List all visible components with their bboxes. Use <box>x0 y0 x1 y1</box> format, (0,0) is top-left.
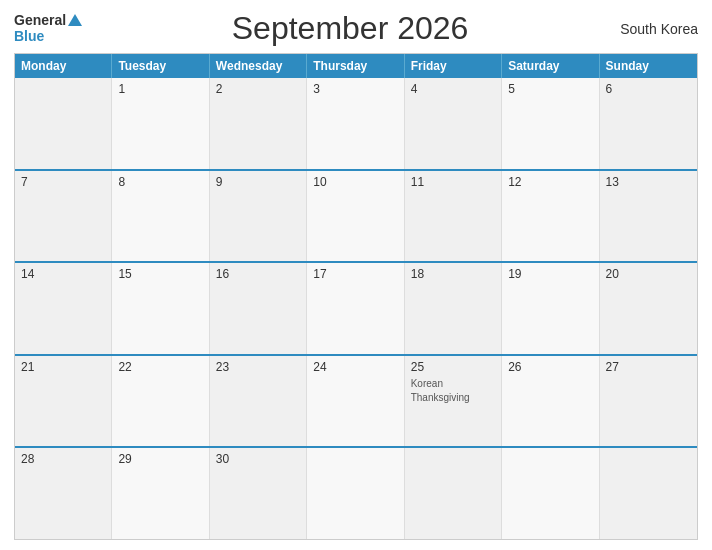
calendar-cell: 6 <box>600 78 697 169</box>
calendar-cell: 10 <box>307 171 404 262</box>
calendar-cell: 27 <box>600 356 697 447</box>
calendar-cell: 13 <box>600 171 697 262</box>
calendar-cell: 16 <box>210 263 307 354</box>
calendar-cell: 12 <box>502 171 599 262</box>
page-header: General Blue September 2026 South Korea <box>14 10 698 47</box>
calendar-week-5: 282930 <box>15 448 697 539</box>
day-number: 9 <box>216 175 300 189</box>
calendar-cell: 30 <box>210 448 307 539</box>
day-header-monday: Monday <box>15 54 112 78</box>
calendar-grid: MondayTuesdayWednesdayThursdayFridaySatu… <box>14 53 698 540</box>
day-number: 16 <box>216 267 300 281</box>
calendar-cell: 24 <box>307 356 404 447</box>
calendar-cell <box>405 448 502 539</box>
day-number: 27 <box>606 360 691 374</box>
calendar-cell <box>307 448 404 539</box>
day-number: 1 <box>118 82 202 96</box>
calendar-cell: 5 <box>502 78 599 169</box>
calendar-week-1: 123456 <box>15 78 697 171</box>
day-number: 19 <box>508 267 592 281</box>
page-title: September 2026 <box>82 10 618 47</box>
logo-general-text: General <box>14 13 66 28</box>
calendar-cell: 4 <box>405 78 502 169</box>
day-number: 10 <box>313 175 397 189</box>
calendar-header: MondayTuesdayWednesdayThursdayFridaySatu… <box>15 54 697 78</box>
day-header-sunday: Sunday <box>600 54 697 78</box>
calendar-cell: 3 <box>307 78 404 169</box>
calendar-cell <box>502 448 599 539</box>
day-header-saturday: Saturday <box>502 54 599 78</box>
day-number: 5 <box>508 82 592 96</box>
day-number: 4 <box>411 82 495 96</box>
calendar-week-3: 14151617181920 <box>15 263 697 356</box>
day-header-wednesday: Wednesday <box>210 54 307 78</box>
calendar-cell: 18 <box>405 263 502 354</box>
day-number: 7 <box>21 175 105 189</box>
day-header-tuesday: Tuesday <box>112 54 209 78</box>
calendar-cell: 17 <box>307 263 404 354</box>
day-number: 24 <box>313 360 397 374</box>
day-number: 11 <box>411 175 495 189</box>
calendar-cell: 28 <box>15 448 112 539</box>
day-number: 2 <box>216 82 300 96</box>
calendar-week-2: 78910111213 <box>15 171 697 264</box>
calendar-cell <box>15 78 112 169</box>
day-number: 29 <box>118 452 202 466</box>
calendar-cell: 2 <box>210 78 307 169</box>
day-number: 30 <box>216 452 300 466</box>
calendar-page: General Blue September 2026 South Korea … <box>0 0 712 550</box>
day-number: 25 <box>411 360 495 374</box>
calendar-cell: 20 <box>600 263 697 354</box>
day-number: 3 <box>313 82 397 96</box>
day-number: 26 <box>508 360 592 374</box>
logo: General Blue <box>14 13 82 44</box>
calendar-cell: 19 <box>502 263 599 354</box>
day-number: 15 <box>118 267 202 281</box>
day-number: 8 <box>118 175 202 189</box>
day-number: 23 <box>216 360 300 374</box>
calendar-cell: 8 <box>112 171 209 262</box>
calendar-cell: 22 <box>112 356 209 447</box>
calendar-cell <box>600 448 697 539</box>
calendar-cell: 23 <box>210 356 307 447</box>
day-number: 18 <box>411 267 495 281</box>
day-number: 14 <box>21 267 105 281</box>
calendar-cell: 9 <box>210 171 307 262</box>
calendar-body: 1234567891011121314151617181920212223242… <box>15 78 697 539</box>
calendar-cell: 1 <box>112 78 209 169</box>
day-header-thursday: Thursday <box>307 54 404 78</box>
logo-triangle-icon <box>68 14 82 26</box>
day-number: 22 <box>118 360 202 374</box>
day-number: 13 <box>606 175 691 189</box>
day-number: 28 <box>21 452 105 466</box>
calendar-cell: 15 <box>112 263 209 354</box>
day-number: 21 <box>21 360 105 374</box>
calendar-cell: 11 <box>405 171 502 262</box>
calendar-cell: 21 <box>15 356 112 447</box>
day-number: 6 <box>606 82 691 96</box>
holiday-label: KoreanThanksgiving <box>411 378 470 403</box>
calendar-cell: 7 <box>15 171 112 262</box>
calendar-cell: 14 <box>15 263 112 354</box>
calendar-week-4: 2122232425KoreanThanksgiving2627 <box>15 356 697 449</box>
day-number: 20 <box>606 267 691 281</box>
logo-blue-text: Blue <box>14 29 82 44</box>
calendar-cell: 26 <box>502 356 599 447</box>
day-number: 17 <box>313 267 397 281</box>
day-header-friday: Friday <box>405 54 502 78</box>
country-label: South Korea <box>618 21 698 37</box>
calendar-cell: 25KoreanThanksgiving <box>405 356 502 447</box>
calendar-cell: 29 <box>112 448 209 539</box>
day-number: 12 <box>508 175 592 189</box>
